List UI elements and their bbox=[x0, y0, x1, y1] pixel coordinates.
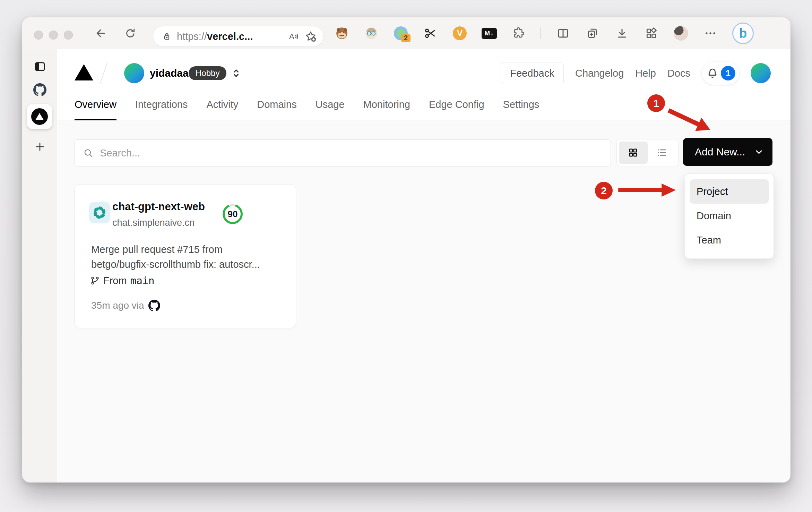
bing-chat-button[interactable]: b bbox=[732, 23, 754, 44]
changelog-link[interactable]: Changelog bbox=[575, 68, 624, 79]
search-icon bbox=[83, 147, 94, 159]
tab-domains[interactable]: Domains bbox=[257, 88, 296, 120]
zoom-window-button[interactable] bbox=[64, 31, 73, 40]
project-icon bbox=[89, 202, 110, 223]
apps-button[interactable] bbox=[644, 26, 659, 41]
search-input[interactable] bbox=[100, 147, 602, 159]
chatgpt-icon bbox=[92, 205, 107, 220]
extensions-menu-button[interactable] bbox=[511, 26, 526, 41]
dropdown-item-project[interactable]: Project bbox=[690, 179, 769, 204]
user-avatar[interactable] bbox=[751, 63, 771, 83]
browser-toolbar: https://vercel.c... A 2 bbox=[22, 17, 791, 49]
notifications-button[interactable]: 1 bbox=[702, 62, 739, 85]
split-screen-button[interactable] bbox=[555, 26, 571, 41]
tab-manager-extension-icon[interactable]: 2 bbox=[393, 26, 408, 41]
team-avatar[interactable] bbox=[124, 63, 144, 83]
address-bar[interactable]: https://vercel.c... A bbox=[153, 26, 323, 46]
vercel-dashboard: yidadaa Hobby Feedback Changelog Help Do… bbox=[58, 49, 791, 483]
desktop: https://vercel.c... A 2 bbox=[0, 0, 812, 512]
url-text: https://vercel.c... bbox=[177, 31, 288, 42]
extension-icons: 2 V M↓ bbox=[334, 22, 754, 44]
apps-grid-icon bbox=[645, 27, 658, 40]
plus-icon bbox=[34, 140, 46, 153]
branch-name: main bbox=[130, 275, 155, 287]
avatar-extension-icon[interactable] bbox=[364, 26, 379, 41]
score-ring[interactable]: 90 bbox=[223, 204, 243, 224]
feedback-button[interactable]: Feedback bbox=[501, 62, 564, 84]
tab-edge-config[interactable]: Edge Config bbox=[429, 88, 484, 120]
more-menu-button[interactable] bbox=[703, 26, 718, 41]
notification-badge: 1 bbox=[721, 66, 735, 80]
browser-window: https://vercel.c... A 2 bbox=[22, 17, 791, 483]
downloads-button[interactable] bbox=[614, 26, 630, 41]
tab-github[interactable] bbox=[33, 83, 46, 96]
tab-integrations[interactable]: Integrations bbox=[135, 88, 188, 120]
help-link[interactable]: Help bbox=[635, 68, 656, 79]
toggle-vertical-tabs-button[interactable] bbox=[33, 60, 46, 73]
v-extension-icon[interactable]: V bbox=[452, 26, 467, 41]
tampermonkey-extension-icon[interactable] bbox=[334, 26, 349, 41]
search-box bbox=[74, 139, 611, 167]
puzzle-icon bbox=[512, 26, 526, 40]
collections-button[interactable] bbox=[585, 26, 600, 41]
tab-vercel-active[interactable] bbox=[27, 104, 52, 129]
add-new-dropdown: Project Domain Team bbox=[684, 173, 774, 259]
tab-settings[interactable]: Settings bbox=[503, 88, 539, 120]
grid-view-button[interactable] bbox=[619, 142, 648, 164]
plan-badge: Hobby bbox=[189, 66, 226, 80]
project-domain[interactable]: chat.simplenaive.cn bbox=[112, 217, 195, 228]
dropdown-item-domain[interactable]: Domain bbox=[690, 204, 769, 228]
vercel-logo[interactable] bbox=[75, 64, 93, 80]
bing-icon: b bbox=[739, 26, 747, 41]
toolbar-divider bbox=[541, 27, 541, 39]
list-view-icon bbox=[657, 147, 667, 158]
tab-overview[interactable]: Overview bbox=[75, 88, 116, 120]
svg-text:A: A bbox=[289, 32, 294, 41]
add-new-button[interactable]: Add New... bbox=[683, 138, 772, 166]
docs-link[interactable]: Docs bbox=[667, 68, 690, 79]
breadcrumb-slash bbox=[100, 62, 107, 84]
monkey-icon bbox=[335, 26, 349, 40]
github-icon bbox=[33, 83, 46, 96]
team-switcher-button[interactable] bbox=[230, 67, 242, 80]
tab-usage[interactable]: Usage bbox=[316, 88, 345, 120]
list-view-button[interactable] bbox=[648, 142, 676, 164]
ellipsis-icon bbox=[704, 27, 717, 40]
markdown-extension-icon[interactable]: M↓ bbox=[482, 26, 497, 41]
minimize-window-button[interactable] bbox=[49, 31, 58, 40]
markdown-icon: M↓ bbox=[482, 28, 497, 39]
back-button[interactable] bbox=[94, 26, 107, 40]
lock-icon bbox=[162, 31, 172, 42]
clipper-extension-icon[interactable] bbox=[423, 26, 438, 41]
refresh-button[interactable] bbox=[123, 26, 137, 40]
profile-button[interactable] bbox=[673, 26, 689, 41]
git-branch-icon bbox=[90, 276, 100, 285]
back-icon bbox=[94, 27, 107, 40]
tab-activity[interactable]: Activity bbox=[206, 88, 238, 120]
sidebar-panel-icon bbox=[34, 60, 46, 73]
project-card[interactable]: chat-gpt-next-web chat.simplenaive.cn 90… bbox=[75, 185, 296, 328]
read-aloud-icon[interactable]: A bbox=[288, 31, 300, 42]
tab-monitoring[interactable]: Monitoring bbox=[363, 88, 410, 120]
commit-line-2: betgo/bugfix-scrollthumb fix: autoscr... bbox=[91, 257, 260, 272]
dropdown-item-team[interactable]: Team bbox=[690, 228, 769, 252]
favorite-star-icon[interactable] bbox=[304, 30, 317, 43]
project-name[interactable]: chat-gpt-next-web bbox=[112, 200, 205, 213]
bell-icon bbox=[706, 67, 719, 79]
collections-icon bbox=[586, 27, 599, 40]
scissors-icon bbox=[424, 27, 437, 40]
team-name[interactable]: yidadaa bbox=[150, 67, 189, 79]
commit-line-1: Merge pull request #715 from bbox=[91, 242, 260, 257]
view-toggle bbox=[617, 139, 678, 166]
chevron-up-down-icon bbox=[230, 67, 242, 79]
new-tab-button[interactable] bbox=[33, 140, 46, 153]
v-icon: V bbox=[453, 26, 467, 40]
close-window-button[interactable] bbox=[34, 31, 43, 40]
github-source-icon bbox=[148, 300, 160, 312]
chevron-down-icon bbox=[754, 147, 764, 157]
download-icon bbox=[615, 27, 629, 40]
url-host: vercel.c... bbox=[207, 31, 253, 42]
dashboard-tabs: Overview Integrations Activity Domains U… bbox=[75, 88, 539, 120]
header-right: Feedback Changelog Help Docs 1 bbox=[501, 62, 771, 85]
vercel-icon bbox=[31, 108, 48, 125]
